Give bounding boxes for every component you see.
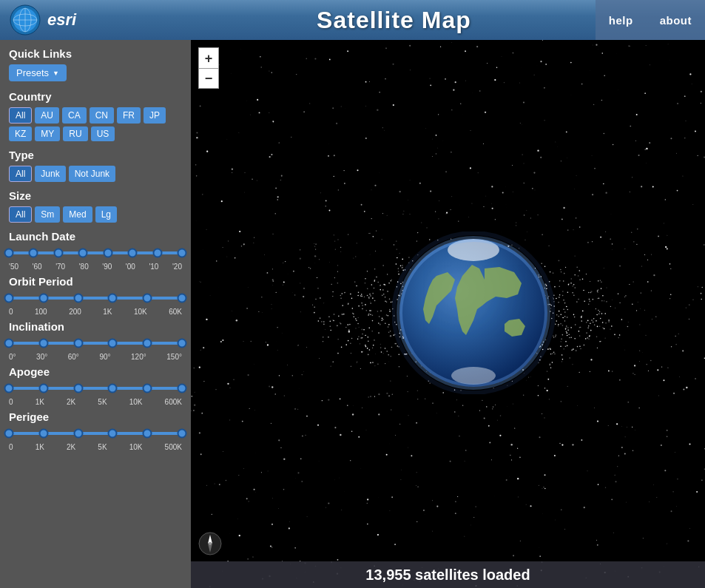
size-btn-all[interactable]: All [9, 206, 32, 223]
launch-date-slider-container: '50'60'70'80'90'00'10'20 [9, 247, 182, 271]
country-btn-jp[interactable]: JP [144, 107, 166, 124]
apogee-slider-container: 01K2K5K10K600K [9, 382, 182, 406]
country-btn-kz[interactable]: KZ [9, 126, 32, 141]
perigee-slider-container: 01K2K5K10K500K [9, 428, 182, 451]
orbit-period-labels: 01002001K10K60K [9, 308, 182, 316]
earth-container [392, 232, 555, 397]
country-btn-my[interactable]: MY [35, 126, 60, 141]
status-bar: 13,955 satellites loaded [191, 561, 705, 588]
perigee-label: Perigee [9, 410, 182, 423]
type-btn-notjunk[interactable]: Not Junk [69, 166, 115, 182]
country-btn-fr[interactable]: FR [117, 107, 141, 124]
map-area[interactable]: + − [191, 40, 705, 588]
app-title: Satellite Map [192, 7, 596, 34]
country-btn-au[interactable]: AU [35, 107, 59, 124]
apogee-slider[interactable] [9, 382, 182, 394]
main-layout: Quick Links Presets Country All AU CA CN… [0, 40, 705, 588]
zoom-out-button[interactable]: − [198, 68, 219, 89]
orbit-period-slider-container: 01002001K10K60K [9, 292, 182, 316]
esri-brand-text: esri [47, 10, 76, 30]
size-btn-sm[interactable]: Sm [35, 206, 60, 223]
inclination-labels: 0°30°60°90°120°150° [9, 353, 182, 361]
size-btn-lg[interactable]: Lg [95, 206, 117, 223]
satellite-count: 13,955 satellites loaded [365, 567, 530, 584]
compass[interactable] [198, 532, 222, 555]
orbit-period-label: Orbit Period [9, 275, 182, 288]
orbit-period-slider[interactable] [9, 292, 182, 304]
launch-date-slider[interactable] [9, 247, 182, 259]
country-btn-ru[interactable]: RU [63, 126, 87, 141]
presets-button[interactable]: Presets [9, 64, 67, 81]
type-label: Type [9, 149, 182, 161]
sidebar: Quick Links Presets Country All AU CA CN… [0, 40, 191, 588]
svg-point-16 [209, 542, 212, 545]
country-btn-all[interactable]: All [9, 107, 32, 124]
zoom-in-button[interactable]: + [198, 47, 219, 68]
country-btn-us[interactable]: US [91, 126, 115, 141]
zoom-controls: + − [198, 47, 219, 89]
inclination-slider[interactable] [9, 337, 182, 349]
country-label: Country [9, 90, 182, 103]
size-btn-med[interactable]: Med [63, 206, 92, 223]
esri-logo-icon [9, 4, 41, 36]
logo-area: esri [0, 4, 192, 36]
country-btn-ca[interactable]: CA [62, 107, 87, 124]
perigee-labels: 01K2K5K10K500K [9, 443, 182, 451]
launch-date-label: Launch Date [9, 230, 182, 243]
about-button[interactable]: about [647, 0, 705, 40]
type-btn-junk[interactable]: Junk [35, 166, 65, 182]
header-buttons: help about [596, 0, 705, 40]
size-label: Size [9, 189, 182, 202]
header: esri Satellite Map help about [0, 0, 705, 40]
earth-globe-icon [392, 232, 555, 394]
country-filter-group: All AU CA CN FR JP KZ MY RU US [9, 107, 182, 141]
inclination-label: Inclination [9, 320, 182, 333]
quick-links-label: Quick Links [9, 47, 182, 60]
launch-date-labels: '50'60'70'80'90'00'10'20 [9, 263, 182, 271]
type-filter-group: All Junk Not Junk [9, 166, 182, 182]
country-btn-cn[interactable]: CN [90, 107, 114, 124]
type-btn-all[interactable]: All [9, 166, 32, 182]
inclination-slider-container: 0°30°60°90°120°150° [9, 337, 182, 361]
apogee-labels: 01K2K5K10K600K [9, 398, 182, 406]
help-button[interactable]: help [596, 0, 647, 40]
size-filter-group: All Sm Med Lg [9, 206, 182, 223]
perigee-slider[interactable] [9, 428, 182, 439]
compass-icon [198, 532, 222, 555]
apogee-label: Apogee [9, 365, 182, 378]
svg-point-10 [451, 367, 496, 385]
